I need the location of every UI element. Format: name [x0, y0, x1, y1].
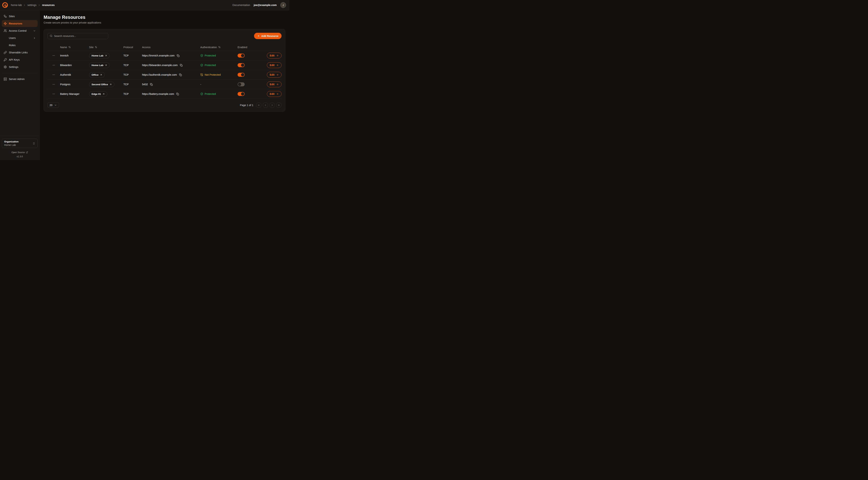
- resource-name: Postgres: [60, 83, 89, 86]
- site-link-button[interactable]: Home Lab: [89, 62, 110, 68]
- sidebar-item-label: Access Control: [9, 29, 27, 32]
- column-header-name[interactable]: Name: [60, 46, 89, 49]
- sidebar-item-roles[interactable]: Roles: [2, 42, 38, 49]
- enabled-toggle[interactable]: [238, 92, 245, 96]
- arrow-up-right-icon: [102, 93, 105, 95]
- sidebar-item-shareable-links[interactable]: Shareable Links: [2, 49, 38, 56]
- edit-button[interactable]: Edit: [267, 91, 282, 97]
- arrow-up-right-icon: [105, 55, 107, 57]
- enabled-toggle[interactable]: [238, 82, 245, 86]
- link-icon: [4, 51, 7, 54]
- row-actions-button[interactable]: [52, 53, 56, 58]
- site-name: Second Office: [92, 83, 108, 86]
- arrow-up-right-icon: [105, 64, 107, 66]
- row-actions-button[interactable]: [52, 92, 56, 96]
- sort-icon: [218, 46, 221, 48]
- enabled-toggle[interactable]: [238, 73, 245, 77]
- sidebar: Sites Resources Access Control Users Rol…: [0, 10, 40, 160]
- chevron-down-icon: [33, 30, 36, 32]
- row-actions-button[interactable]: [52, 63, 56, 67]
- sidebar-item-sites[interactable]: Sites: [2, 13, 38, 20]
- search-input[interactable]: [54, 35, 106, 37]
- avatar[interactable]: J: [280, 2, 286, 8]
- site-name: Edge 01: [92, 93, 101, 95]
- arrow-right-icon: [276, 83, 279, 86]
- resource-name: Authentik: [60, 73, 89, 76]
- sidebar-item-label: Shareable Links: [9, 51, 28, 54]
- edit-button[interactable]: Edit: [267, 72, 282, 78]
- sidebar-item-label: Sites: [9, 15, 14, 18]
- documentation-link[interactable]: Documentation: [232, 4, 250, 6]
- open-source-link[interactable]: Open Source: [2, 151, 38, 154]
- breadcrumb-resources[interactable]: resources: [42, 4, 55, 6]
- main-content: Manage Resources Create secure proxies t…: [40, 10, 289, 160]
- page-subtitle: Create secure proxies to your private ap…: [43, 21, 285, 24]
- resource-access: https://battery.example.com: [142, 92, 174, 95]
- sidebar-item-settings[interactable]: Settings: [2, 63, 38, 70]
- chevrons-up-down-icon: [33, 142, 35, 145]
- authentication-status: Not Protected: [200, 73, 238, 76]
- user-email[interactable]: joe@example.com: [254, 4, 277, 6]
- sidebar-item-resources[interactable]: Resources: [2, 20, 38, 27]
- site-link-button[interactable]: Edge 01: [89, 91, 107, 97]
- page-size-select[interactable]: 20: [48, 102, 59, 108]
- sidebar-item-access-control[interactable]: Access Control: [2, 27, 38, 34]
- sidebar-item-label: Settings: [9, 65, 18, 68]
- table-row: AuthentikOfficeTCPhttps://authentik.exam…: [48, 70, 282, 80]
- copy-button[interactable]: [180, 63, 183, 67]
- copy-button[interactable]: [176, 92, 179, 96]
- edit-button[interactable]: Edit: [267, 53, 282, 58]
- table-row: Battery ManagerEdge 01TCPhttps://battery…: [48, 89, 282, 99]
- pangolin-logo-icon[interactable]: [2, 2, 8, 8]
- server-icon: [4, 78, 7, 81]
- resource-name: Bitwarden: [60, 64, 89, 67]
- waypoints-icon: [4, 22, 7, 25]
- sidebar-item-api-keys[interactable]: API Keys: [2, 56, 38, 63]
- authentication-status: -: [200, 83, 238, 86]
- edit-button[interactable]: Edit: [267, 62, 282, 68]
- page-size-value: 20: [50, 104, 53, 107]
- sidebar-item-label: Resources: [9, 22, 22, 25]
- copy-button[interactable]: [179, 73, 182, 77]
- previous-page-button[interactable]: [263, 102, 268, 108]
- arrow-right-icon: [276, 73, 279, 76]
- sidebar-item-server-admin[interactable]: Server Admin: [2, 76, 38, 83]
- column-header-enabled: Enabled: [238, 46, 263, 49]
- chevrons-left-icon: [257, 104, 260, 107]
- users-icon: [4, 29, 7, 32]
- shield-off-icon: [200, 73, 203, 76]
- copy-button[interactable]: [150, 83, 153, 86]
- table-row: ImmichHome LabTCPhttps://immich.example.…: [48, 51, 282, 60]
- authentication-label: Not Protected: [205, 73, 221, 76]
- breadcrumb-home-lab[interactable]: home-lab: [11, 4, 22, 6]
- site-link-button[interactable]: Second Office: [89, 82, 114, 87]
- organization-select[interactable]: Organization Home Lab: [2, 139, 38, 148]
- next-page-button[interactable]: [270, 102, 275, 108]
- site-link-button[interactable]: Home Lab: [89, 53, 110, 58]
- last-page-button[interactable]: [276, 102, 282, 108]
- resource-access: https://immich.example.com: [142, 54, 175, 57]
- sidebar-divider: [2, 73, 37, 73]
- site-link-button[interactable]: Office: [89, 72, 105, 78]
- search-icon: [50, 35, 53, 37]
- sidebar-item-users[interactable]: Users: [2, 35, 38, 41]
- authentication-label: -: [200, 83, 201, 86]
- column-header-authentication[interactable]: Authentication: [200, 46, 238, 49]
- resource-name: Immich: [60, 54, 89, 57]
- column-header-site[interactable]: Site: [89, 46, 123, 49]
- copy-icon: [150, 83, 153, 86]
- ellipsis-icon: [52, 92, 55, 95]
- copy-button[interactable]: [177, 54, 180, 57]
- enabled-toggle[interactable]: [238, 63, 245, 67]
- first-page-button[interactable]: [256, 102, 261, 108]
- breadcrumb-settings[interactable]: settings: [27, 4, 36, 6]
- add-resource-button[interactable]: Add Resource: [254, 33, 282, 39]
- authentication-status: Protected: [200, 54, 238, 57]
- row-actions-button[interactable]: [52, 82, 56, 87]
- site-name: Office: [92, 73, 98, 76]
- edit-button[interactable]: Edit: [267, 82, 282, 87]
- resource-access: https://bitwarden.example.com: [142, 64, 178, 67]
- enabled-toggle[interactable]: [238, 54, 245, 58]
- resource-protocol: TCP: [123, 83, 142, 86]
- row-actions-button[interactable]: [52, 72, 56, 77]
